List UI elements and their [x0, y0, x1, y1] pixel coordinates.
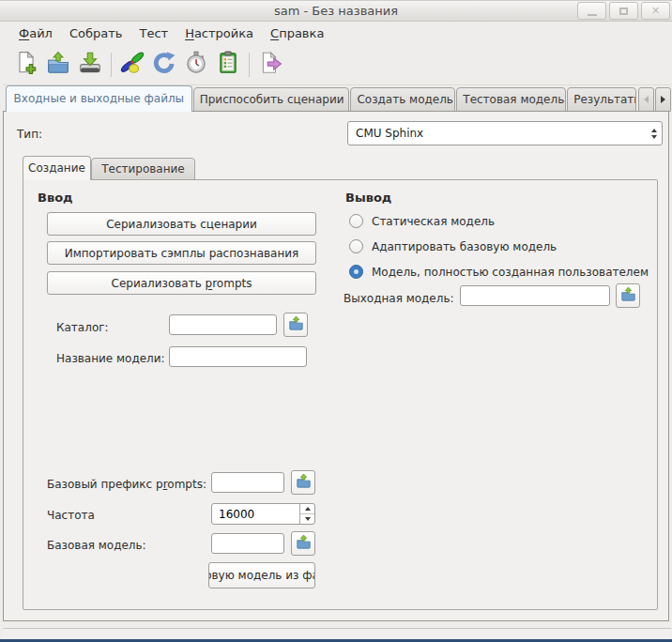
checklist-button[interactable] — [212, 49, 244, 81]
output-section-header: Вывод — [345, 191, 391, 205]
toolbar-separator — [249, 53, 250, 77]
combobox-arrows-icon — [651, 122, 657, 145]
radio-label: Адаптировать базовую модель — [372, 240, 557, 253]
model-name-label: Название модели: — [56, 352, 165, 365]
open-folder-icon — [620, 286, 636, 306]
import-samples-button[interactable]: Импортировать сэмплы распознавания — [47, 241, 316, 265]
application-window: sam - Без названия ✕ Файл Собрать Тест Н… — [0, 0, 672, 642]
arrow-right-icon — [661, 96, 665, 103]
tab-results[interactable]: Результаты т — [567, 87, 636, 112]
spin-up-button[interactable] — [300, 504, 314, 514]
inner-tab-creation[interactable]: Создание — [23, 156, 91, 180]
window-title: sam - Без названия — [0, 1, 672, 22]
menu-settings[interactable]: Настройка — [176, 23, 262, 43]
base-model-input[interactable] — [211, 533, 284, 554]
arrow-down-icon — [305, 517, 311, 521]
radio-static-model[interactable]: Статическая модель — [349, 214, 495, 228]
serialize-prompts-button[interactable]: Сериализовать prompts — [47, 271, 316, 295]
prompts-prefix-input[interactable] — [211, 472, 284, 493]
frequency-label: Частота — [47, 509, 95, 522]
radio-label: Статическая модель — [372, 215, 495, 228]
radio-circle-icon — [349, 214, 363, 228]
maximize-button[interactable] — [609, 2, 638, 20]
new-document-icon — [14, 51, 38, 79]
catalog-input[interactable] — [169, 314, 277, 335]
type-label: Тип: — [17, 128, 42, 141]
refresh-button[interactable] — [148, 49, 180, 81]
export-button[interactable] — [254, 49, 286, 81]
open-icon — [46, 51, 70, 79]
stopwatch-button[interactable] — [180, 49, 212, 81]
toolbar-separator — [111, 53, 112, 77]
frequency-input[interactable] — [212, 504, 298, 524]
arrow-up-icon — [305, 507, 311, 511]
output-model-browse-button[interactable] — [616, 283, 640, 308]
export-icon — [258, 51, 283, 79]
refresh-icon — [152, 51, 176, 79]
tab-input-output-files[interactable]: Входные и выходные файлы — [6, 85, 192, 112]
open-folder-icon — [296, 473, 312, 493]
titlebar[interactable]: sam - Без названия ✕ — [0, 1, 672, 22]
prompts-prefix-browse-button[interactable] — [291, 470, 315, 495]
open-button[interactable] — [42, 49, 74, 81]
type-combobox-value: CMU Sphinx — [356, 122, 423, 145]
stopwatch-icon — [184, 51, 208, 79]
menu-build[interactable]: Собрать — [61, 23, 131, 43]
inner-tab-testing[interactable]: Тестирование — [91, 158, 195, 180]
build-icon — [120, 51, 145, 79]
input-section-header: Ввод — [38, 191, 73, 205]
maximize-icon — [619, 8, 628, 15]
close-icon: ✕ — [651, 6, 660, 16]
menu-help[interactable]: Справка — [262, 23, 332, 43]
minimize-button[interactable] — [577, 2, 606, 20]
menu-test[interactable]: Тест — [130, 23, 176, 43]
tab-test-model[interactable]: Тестовая модель — [456, 87, 566, 112]
tab-scroll-right-button[interactable] — [655, 87, 671, 112]
menubar: Файл Собрать Тест Настройка Справка — [3, 22, 671, 44]
new-document-button[interactable] — [10, 49, 42, 81]
spinner-buttons[interactable] — [299, 504, 314, 524]
base-model-label: Базовая модель: — [47, 539, 146, 552]
radio-circle-icon — [349, 239, 363, 253]
minimize-icon — [588, 14, 597, 16]
radio-label: Модель, полностью созданная пользователе… — [372, 266, 649, 279]
save-button[interactable] — [74, 49, 106, 81]
prompts-prefix-label: Базовый префикс prompts: — [47, 478, 206, 491]
base-model-browse-button[interactable] — [291, 531, 315, 556]
arrow-left-icon — [644, 96, 649, 103]
create-model-from-files-button[interactable]: овую модель из фа — [208, 562, 315, 588]
open-folder-icon — [296, 534, 312, 554]
tab-scroll-left-button[interactable] — [638, 87, 654, 112]
radio-user-created-model[interactable]: Модель, полностью созданная пользователе… — [349, 265, 649, 279]
spin-down-button[interactable] — [300, 514, 314, 524]
output-model-input[interactable] — [460, 285, 610, 306]
tab-adapt-scenarios[interactable]: Приспособить сценарии — [193, 87, 350, 112]
tab-create-model[interactable]: Создать модель — [350, 87, 455, 112]
type-combobox[interactable]: CMU Sphinx — [347, 121, 663, 145]
catalog-browse-button[interactable] — [283, 313, 308, 337]
model-name-input[interactable] — [169, 346, 307, 367]
build-button[interactable] — [116, 49, 148, 81]
close-button[interactable]: ✕ — [641, 2, 670, 20]
frequency-spinbox[interactable] — [211, 503, 315, 525]
main-tabbar: Входные и выходные файлы Приспособить сц… — [3, 85, 671, 112]
checklist-icon — [216, 51, 240, 79]
serialize-scenarios-button[interactable]: Сериализовать сценарии — [47, 212, 316, 236]
toolbar — [3, 44, 671, 85]
catalog-label: Каталог: — [56, 321, 109, 334]
menu-file[interactable]: Файл — [10, 23, 61, 43]
radio-adapt-base-model[interactable]: Адаптировать базовую модель — [349, 239, 557, 253]
radio-circle-checked-icon — [349, 265, 363, 279]
open-folder-icon — [288, 315, 304, 335]
output-model-label: Выходная модель: — [344, 292, 454, 305]
save-icon — [78, 51, 102, 79]
